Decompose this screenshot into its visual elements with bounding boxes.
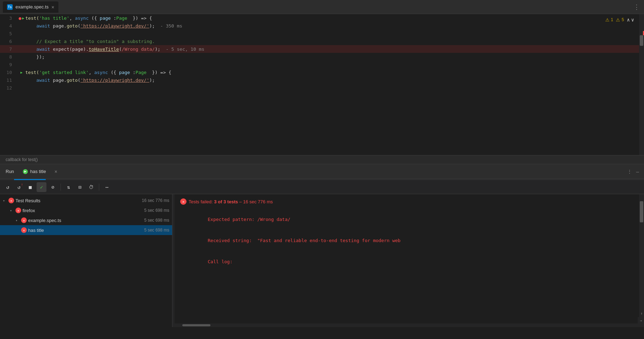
line-gutter-3[interactable]: ● ▶ [18, 16, 25, 21]
fail-time: – 16 sec 776 ms [239, 199, 273, 204]
output-line-3: Call log: [180, 251, 638, 272]
fail-label: Tests failed: 3 of 3 tests – 16 sec 776 … [189, 199, 273, 204]
rerun-failed-button[interactable]: ↺! [14, 182, 24, 192]
cancel-button[interactable]: ⊘ [48, 182, 58, 192]
panel-actions: ⋮ — [626, 168, 640, 175]
tab-close-button[interactable]: × [51, 5, 54, 10]
code-container: 3 ● ▶ test('has title', async ({ page :P… [0, 14, 644, 155]
collapse-button[interactable]: ⊟ [75, 182, 85, 192]
fail-header: ✕ Tests failed: 3 of 3 tests – 16 sec 77… [180, 198, 638, 205]
code-line-12: 12 [0, 84, 644, 92]
code-line-5: 5 [0, 30, 644, 37]
error-icon-results: ✕ [8, 198, 14, 203]
tree-item-test-results[interactable]: ▾ ✕ Test Results 16 sec 776 ms [0, 196, 172, 205]
error-icon-spec: ✕ [21, 217, 27, 223]
error-icon-firefox: ✕ [15, 208, 21, 213]
tree-label-firefox: firefox [23, 208, 35, 213]
warning-count-2: ⚠ 5 [616, 17, 624, 23]
toolbar: ↺ ↺! ■ ✓ ⊘ ⇅ ⊟ ⏱ ⋯ [0, 180, 644, 194]
warning-num-2: 5 [621, 17, 624, 22]
playwright-icon [23, 169, 28, 174]
panel-more-button[interactable]: ⋮ [626, 168, 633, 175]
scroll-up-button[interactable]: ↑ [639, 310, 644, 316]
output-line-1: Expected pattern: /Wrong data/ [180, 209, 638, 230]
toolbar-separator-1 [61, 184, 61, 191]
scroll-right-button[interactable]: → [638, 317, 644, 323]
code-line-8: 8 }); [0, 53, 644, 61]
tab-title: example.spec.ts [15, 4, 49, 10]
time-button[interactable]: ⏱ [86, 182, 96, 192]
line-content-3: test('has title', async ({ page :Page })… [25, 16, 644, 21]
sort-button[interactable]: ⇅ [64, 182, 74, 192]
code-line-3: 3 ● ▶ test('has title', async ({ page :P… [0, 14, 644, 22]
code-line-9: 9 [0, 61, 644, 68]
test-tree: ▾ ✕ Test Results 16 sec 776 ms ▾ ✕ firef… [0, 194, 172, 327]
show-passed-button[interactable]: ✓ [37, 182, 46, 192]
has-title-label: has title [30, 169, 46, 174]
line-content-6: // Expect a title "to contain" a substri… [25, 39, 644, 44]
bottom-panel: Run has title × ⋮ — ↺ ↺! ■ ✓ ⊘ ⇅ ⊟ ⏱ [0, 164, 644, 327]
line-number-8: 8 [0, 54, 18, 60]
line-content-4: await page.goto('https://playwright.dev/… [25, 23, 644, 29]
output-scrollbar[interactable]: ↑ [639, 194, 644, 323]
output-scroll-thumb[interactable] [640, 201, 643, 222]
line-content-10: test('get started link', async ({ page :… [25, 70, 644, 75]
line-content-8: }); [25, 54, 644, 60]
line-number-11: 11 [0, 78, 18, 83]
line-number-9: 9 [0, 62, 18, 67]
run-tab[interactable]: Run [4, 166, 15, 177]
tab-more-button[interactable]: ⋮ [632, 2, 641, 12]
ts-icon: Ts [7, 4, 13, 10]
tab-bar: Ts example.spec.ts × ⋮ [0, 0, 644, 14]
nav-up-arrow[interactable]: ∧ [627, 17, 630, 23]
tree-label-spec: example.spec.ts [28, 218, 61, 223]
tree-item-spec[interactable]: ▾ ✕ example.spec.ts 5 sec 698 ms [0, 215, 172, 225]
line-number-4: 4 [0, 23, 18, 29]
toolbar-more-button[interactable]: ⋯ [102, 182, 112, 192]
line-content-12 [25, 85, 644, 91]
warning-bar: ⚠ 1 ⚠ 5 ∧ ∨ [602, 14, 637, 25]
code-line-6: 6 // Expect a title "to contain" a subst… [0, 37, 644, 45]
line-gutter-10[interactable]: ▶ [18, 70, 25, 74]
has-title-tab[interactable]: has title [21, 166, 48, 177]
toolbar-separator-2 [99, 184, 99, 191]
line-number-3: 3 [0, 16, 18, 21]
rerun-button[interactable]: ↺ [3, 182, 13, 192]
chevron-icon-spec: ▾ [15, 218, 20, 222]
tree-time-spec: 5 sec 698 ms [144, 218, 169, 223]
code-line-7: 7 await expect(page).toHaveTitle(/Wrong … [0, 45, 644, 53]
warning-icon-2: ⚠ [616, 17, 620, 23]
horizontal-scrollbar[interactable]: → [175, 323, 644, 327]
code-editor: ⚠ 1 ⚠ 5 ∧ ∨ 3 ● ▶ test('has title', asyn… [0, 14, 644, 155]
run-tab-bar: Run has title × ⋮ — [0, 164, 644, 179]
tree-time-firefox: 5 sec 698 ms [144, 208, 169, 213]
output-line-2: Received string: "Fast and reliable end-… [180, 230, 638, 251]
run-play-icon: ▶ [22, 16, 24, 20]
tab-active-underline [14, 179, 46, 180]
warning-num-1: 1 [611, 17, 613, 22]
editor-tab[interactable]: Ts example.spec.ts × [3, 1, 58, 13]
chevron-icon-firefox: ▾ [10, 209, 14, 212]
tree-item-has-title[interactable]: ✕ has title 5 sec 698 ms [0, 225, 172, 235]
line-number-5: 5 [0, 31, 18, 36]
nav-down-arrow[interactable]: ∨ [631, 17, 634, 23]
tree-item-firefox[interactable]: ▾ ✕ firefox 5 sec 698 ms [0, 205, 172, 215]
status-bar: callback for test() [0, 155, 644, 164]
h-scroll-thumb[interactable] [182, 324, 210, 326]
tree-time-has-title: 5 sec 698 ms [144, 228, 169, 233]
stop-button[interactable]: ■ [25, 182, 35, 192]
output-content: ✕ Tests failed: 3 of 3 tests – 16 sec 77… [175, 194, 644, 323]
tree-label-results: Test Results [15, 198, 40, 203]
line-number-10: 10 [0, 70, 18, 75]
line-content-5 [25, 31, 644, 36]
editor-scrollbar[interactable] [639, 14, 644, 155]
panel-minimize-button[interactable]: — [636, 168, 640, 175]
close-tab-button[interactable]: × [53, 167, 59, 176]
code-line-11: 11 await page.goto('https://playwright.d… [0, 76, 644, 84]
run-play-icon-10: ▶ [20, 70, 23, 74]
scroll-thumb[interactable] [640, 35, 643, 46]
line-number-6: 6 [0, 39, 18, 44]
tab-underline-bar [0, 179, 644, 180]
error-run-icon: ● [19, 16, 21, 21]
error-icon-has-title: ✕ [21, 227, 27, 233]
